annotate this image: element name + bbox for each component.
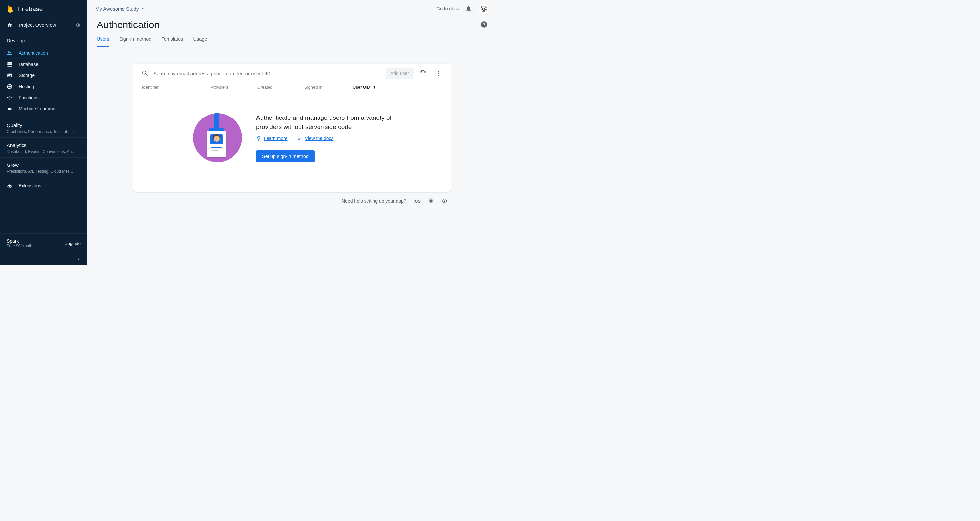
robot-icon <box>6 106 13 111</box>
tab-templates[interactable]: Templates <box>161 37 183 47</box>
svg-point-17 <box>438 75 439 76</box>
database-icon <box>6 61 13 67</box>
col-identifier[interactable]: Identifier <box>142 85 210 90</box>
help-text: Need help setting up your app? <box>342 198 406 203</box>
extensions-icon <box>6 183 13 189</box>
lightbulb-icon <box>256 136 261 141</box>
project-overview-label: Project Overview <box>19 22 70 28</box>
refresh-button[interactable] <box>418 68 429 79</box>
tab-bar: Users Sign-in method Templates Usage <box>88 30 496 47</box>
section-analytics[interactable]: AnalyticsDashboard, Events, Conversions,… <box>0 138 88 157</box>
goto-docs-link[interactable]: Go to docs <box>436 6 459 11</box>
sidebar-item-ml[interactable]: Machine Learning <box>0 103 88 114</box>
help-row: Need help setting up your app? iOS <box>134 192 450 204</box>
dropdown-icon <box>141 6 145 11</box>
plan-name: Spark <box>6 238 32 244</box>
tab-users[interactable]: Users <box>97 37 109 47</box>
sidebar-item-extensions[interactable]: Extensions <box>0 178 88 194</box>
bell-icon[interactable] <box>466 5 472 12</box>
more-menu-button[interactable] <box>433 68 444 79</box>
plan-row: SparkFree $0/month Upgrade <box>0 233 88 253</box>
svg-point-14 <box>10 108 11 109</box>
platform-android-link[interactable] <box>428 198 434 204</box>
topbar: My Awesome Study Go to docs 🐼 <box>88 0 496 17</box>
empty-state: Authenticate and manage users from a var… <box>134 94 450 192</box>
col-created[interactable]: Created <box>257 85 304 90</box>
svg-rect-12 <box>8 108 11 110</box>
brand-name: Firebase <box>18 5 43 13</box>
search-icon <box>142 70 149 77</box>
svg-point-0 <box>8 51 10 53</box>
collapse-sidebar-button[interactable] <box>0 253 88 265</box>
svg-point-9 <box>11 97 12 98</box>
svg-point-1 <box>10 52 11 53</box>
home-icon <box>6 22 13 28</box>
col-providers[interactable]: Providers <box>210 85 257 90</box>
svg-point-20 <box>431 199 432 200</box>
learn-more-link[interactable]: Learn more <box>256 136 288 141</box>
svg-point-15 <box>438 71 439 72</box>
arrow-up-icon <box>372 85 377 90</box>
svg-point-13 <box>9 108 9 109</box>
document-icon <box>297 136 302 141</box>
content-area: Add user Identifier Providers Created Si… <box>88 47 496 265</box>
section-grow[interactable]: GrowPredictions, A/B Testing, Cloud Mes.… <box>0 157 88 177</box>
svg-rect-18 <box>430 200 433 203</box>
people-icon <box>6 50 13 56</box>
platform-ios-link[interactable]: iOS <box>414 199 421 203</box>
sidebar-item-hosting[interactable]: Hosting <box>0 81 88 92</box>
view-docs-link[interactable]: View the docs <box>297 136 334 141</box>
upgrade-button[interactable]: Upgrade <box>64 241 81 246</box>
users-card: Add user Identifier Providers Created Si… <box>134 64 450 192</box>
help-icon[interactable]: ? <box>481 21 487 28</box>
functions-icon <box>6 95 13 100</box>
section-develop: Develop <box>0 33 88 47</box>
svg-point-19 <box>430 199 431 200</box>
col-signed-in[interactable]: Signed In <box>304 85 353 90</box>
settings-gear-icon[interactable] <box>73 20 83 30</box>
section-quality[interactable]: QualityCrashlytics, Performance, Test La… <box>0 118 88 137</box>
search-input[interactable] <box>153 71 381 76</box>
svg-point-10 <box>9 96 10 96</box>
svg-point-16 <box>438 73 439 74</box>
svg-rect-4 <box>7 66 12 67</box>
storage-icon <box>6 73 13 78</box>
globe-icon <box>6 84 13 90</box>
platform-web-link[interactable] <box>441 198 448 204</box>
develop-nav-list: Authentication Database Storage Hosting … <box>0 47 88 118</box>
illustration-icon <box>193 113 242 162</box>
sidebar-item-database[interactable]: Database <box>0 59 88 70</box>
table-header: Identifier Providers Created Signed In U… <box>134 81 450 94</box>
tab-signin-method[interactable]: Sign-in method <box>119 37 152 47</box>
add-user-button[interactable]: Add user <box>386 68 414 79</box>
empty-heading: Authenticate and manage users from a var… <box>256 113 398 132</box>
brand-row: Firebase <box>0 0 88 17</box>
firebase-logo-icon <box>6 4 14 14</box>
project-overview-row[interactable]: Project Overview <box>0 17 88 33</box>
sidebar-item-functions[interactable]: Functions <box>0 92 88 103</box>
main: My Awesome Study Go to docs 🐼 Authentica… <box>88 0 496 265</box>
setup-signin-button[interactable]: Set up sign-in method <box>256 150 315 162</box>
page-title: Authentication <box>97 19 487 30</box>
sidebar: Firebase Project Overview Develop Authen… <box>0 0 88 265</box>
svg-rect-2 <box>7 62 12 64</box>
col-user-uid[interactable]: User UID <box>353 85 377 90</box>
plan-price: Free $0/month <box>6 244 32 248</box>
user-avatar[interactable]: 🐼 <box>479 4 489 14</box>
svg-point-11 <box>9 98 10 99</box>
sidebar-item-storage[interactable]: Storage <box>0 70 88 81</box>
project-selector[interactable]: My Awesome Study <box>95 6 145 11</box>
sidebar-item-authentication[interactable]: Authentication <box>0 47 88 59</box>
svg-rect-3 <box>7 64 12 65</box>
svg-point-6 <box>8 75 9 75</box>
tab-usage[interactable]: Usage <box>193 37 207 47</box>
